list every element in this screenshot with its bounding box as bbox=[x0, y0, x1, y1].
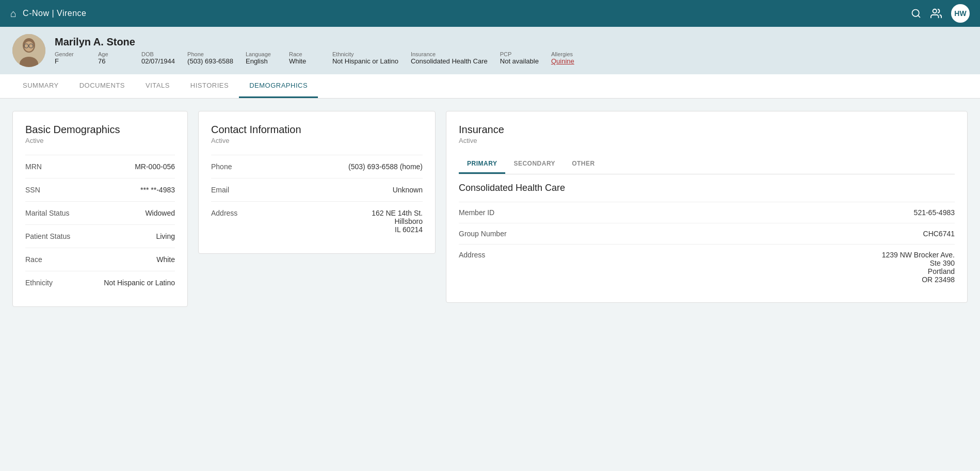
age-label: Age bbox=[98, 51, 129, 57]
meta-race: Race White bbox=[289, 51, 320, 65]
gender-label: Gender bbox=[55, 51, 86, 57]
patient-header: Marilyn A. Stone Gender F Age 76 DOB 02/… bbox=[0, 27, 980, 74]
contact-card-subtitle: Active bbox=[211, 137, 423, 144]
topbar: ⌂ C-Now | Virence HW bbox=[0, 0, 980, 27]
demo-key-race: Race bbox=[25, 255, 42, 264]
contact-card-title: Contact Information bbox=[211, 124, 423, 136]
meta-dob: DOB 02/07/1944 bbox=[141, 51, 175, 65]
demo-val-patient-status: Living bbox=[156, 232, 175, 240]
ins-row-group-number: Group Number CHC6741 bbox=[459, 223, 955, 244]
contact-val-phone: (503) 693-6588 (home) bbox=[348, 163, 423, 171]
tabs-bar: SUMMARY DOCUMENTS VITALS HISTORIES DEMOG… bbox=[0, 74, 980, 99]
ins-tab-other[interactable]: OTHER bbox=[564, 155, 603, 174]
phone-label: Phone bbox=[187, 51, 233, 57]
demo-key-patient-status: Patient Status bbox=[25, 232, 70, 240]
demo-row-mrn: MRN MR-000-056 bbox=[25, 155, 175, 178]
contact-key-email: Email bbox=[211, 186, 252, 194]
insurance-card-title: Insurance bbox=[459, 124, 955, 136]
ins-row-member-id: Member ID 521-65-4983 bbox=[459, 202, 955, 223]
allergies-label: Allergies bbox=[551, 51, 582, 57]
ins-val-address: 1239 NW Brocker Ave.Ste 390PortlandOR 23… bbox=[882, 251, 955, 284]
demo-val-ethnicity: Not Hispanic or Latino bbox=[104, 279, 175, 287]
pcp-label: PCP bbox=[500, 51, 539, 57]
tab-histories[interactable]: HISTORIES bbox=[180, 74, 239, 98]
meta-language: Language English bbox=[246, 51, 277, 65]
ins-tab-secondary[interactable]: SECONDARY bbox=[505, 155, 564, 174]
tab-documents[interactable]: DOCUMENTS bbox=[69, 74, 135, 98]
insurance-provider-name: Consolidated Health Care bbox=[459, 183, 955, 193]
ins-val-group-number: CHC6741 bbox=[923, 230, 955, 238]
race-value: White bbox=[289, 57, 320, 65]
search-button[interactable] bbox=[911, 8, 921, 19]
allergies-value[interactable]: Quinine bbox=[551, 57, 582, 65]
ins-val-member-id: 521-65-4983 bbox=[914, 208, 955, 217]
meta-insurance: Insurance Consolidated Health Care bbox=[411, 51, 488, 65]
patient-info: Marilyn A. Stone Gender F Age 76 DOB 02/… bbox=[55, 36, 582, 65]
insurance-card: Insurance Active PRIMARY SECONDARY OTHER… bbox=[446, 111, 968, 303]
insurance-label: Insurance bbox=[411, 51, 488, 57]
language-label: Language bbox=[246, 51, 277, 57]
main-content: Basic Demographics Active MRN MR-000-056… bbox=[0, 99, 980, 319]
ethnicity-label: Ethnicity bbox=[332, 51, 398, 57]
contact-card: Contact Information Active Phone (503) 6… bbox=[198, 111, 436, 254]
contact-row-phone: Phone (503) 693-6588 (home) bbox=[211, 155, 423, 178]
demo-row-ethnicity: Ethnicity Not Hispanic or Latino bbox=[25, 271, 175, 294]
insurance-tabs: PRIMARY SECONDARY OTHER bbox=[459, 155, 955, 174]
race-label: Race bbox=[289, 51, 320, 57]
contact-key-address: Address bbox=[211, 209, 252, 234]
user-avatar[interactable]: HW bbox=[951, 4, 970, 23]
svg-point-2 bbox=[933, 9, 937, 13]
topbar-icons: HW bbox=[911, 4, 970, 23]
tab-vitals[interactable]: VITALS bbox=[135, 74, 180, 98]
insurance-value: Consolidated Health Care bbox=[411, 57, 488, 65]
contact-val-email: Unknown bbox=[393, 186, 423, 194]
demo-val-race: White bbox=[156, 255, 175, 264]
demographics-card-title: Basic Demographics bbox=[25, 124, 175, 136]
demo-val-mrn: MR-000-056 bbox=[135, 163, 175, 171]
meta-ethnicity: Ethnicity Not Hispanic or Latino bbox=[332, 51, 398, 65]
demo-key-marital: Marital Status bbox=[25, 209, 70, 217]
dob-value: 02/07/1944 bbox=[141, 57, 175, 65]
demo-key-mrn: MRN bbox=[25, 163, 42, 171]
language-value: English bbox=[246, 57, 277, 65]
demo-row-marital: Marital Status Widowed bbox=[25, 201, 175, 224]
meta-phone: Phone (503) 693-6588 bbox=[187, 51, 233, 65]
meta-pcp: PCP Not available bbox=[500, 51, 539, 65]
brand-label: C-Now | Virence bbox=[23, 9, 911, 18]
ins-row-address: Address 1239 NW Brocker Ave.Ste 390Portl… bbox=[459, 244, 955, 290]
meta-gender: Gender F bbox=[55, 51, 86, 65]
demo-row-ssn: SSN *** **-4983 bbox=[25, 178, 175, 201]
ethnicity-value: Not Hispanic or Latino bbox=[332, 57, 398, 65]
demo-val-marital: Widowed bbox=[145, 209, 175, 217]
demo-row-patient-status: Patient Status Living bbox=[25, 224, 175, 248]
dob-label: DOB bbox=[141, 51, 175, 57]
meta-age: Age 76 bbox=[98, 51, 129, 65]
gender-value: F bbox=[55, 57, 86, 65]
demographics-card-subtitle: Active bbox=[25, 137, 175, 144]
patient-avatar bbox=[12, 34, 45, 67]
patient-meta: Gender F Age 76 DOB 02/07/1944 Phone (50… bbox=[55, 51, 582, 65]
patient-name: Marilyn A. Stone bbox=[55, 36, 582, 48]
phone-value: (503) 693-6588 bbox=[187, 57, 233, 65]
ins-key-address: Address bbox=[459, 251, 485, 284]
ins-key-group-number: Group Number bbox=[459, 230, 507, 238]
users-button[interactable] bbox=[930, 8, 942, 19]
svg-line-1 bbox=[918, 15, 920, 18]
ins-tab-primary[interactable]: PRIMARY bbox=[459, 155, 505, 174]
age-value: 76 bbox=[98, 57, 129, 65]
insurance-card-subtitle: Active bbox=[459, 137, 955, 144]
meta-allergies: Allergies Quinine bbox=[551, 51, 582, 65]
demo-val-ssn: *** **-4983 bbox=[140, 186, 175, 194]
demographics-card: Basic Demographics Active MRN MR-000-056… bbox=[12, 111, 188, 307]
demo-row-race: Race White bbox=[25, 248, 175, 271]
contact-key-phone: Phone bbox=[211, 163, 252, 171]
tab-summary[interactable]: SUMMARY bbox=[12, 74, 69, 98]
contact-row-email: Email Unknown bbox=[211, 178, 423, 201]
tab-demographics[interactable]: DEMOGRAPHICS bbox=[239, 74, 318, 98]
demo-key-ethnicity: Ethnicity bbox=[25, 279, 53, 287]
pcp-value: Not available bbox=[500, 57, 539, 65]
ins-key-member-id: Member ID bbox=[459, 208, 494, 217]
contact-val-address: 162 NE 14th St.HillsboroIL 60214 bbox=[372, 209, 423, 234]
home-icon[interactable]: ⌂ bbox=[10, 8, 17, 20]
contact-row-address: Address 162 NE 14th St.HillsboroIL 60214 bbox=[211, 201, 423, 241]
